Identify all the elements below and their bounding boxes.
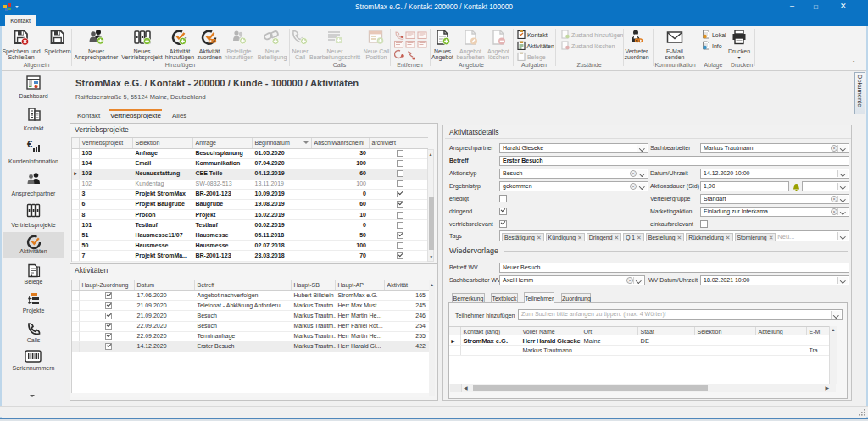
svg-text:€: € [27,139,32,149]
